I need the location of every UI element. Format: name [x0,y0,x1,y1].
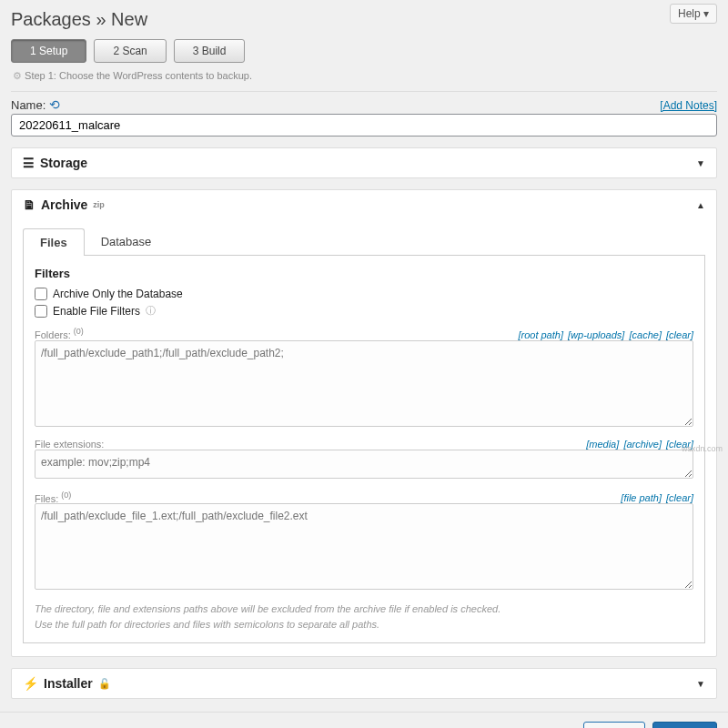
step-hint: Step 1: Choose the WordPress contents to… [11,66,717,87]
enable-file-filters-checkbox[interactable] [35,305,47,318]
step-1-setup[interactable]: 1 Setup [11,39,86,63]
ext-textarea[interactable] [35,450,693,479]
link-file-path[interactable]: file path [621,492,662,503]
archive-title: Archive [41,197,87,212]
folders-textarea[interactable] [35,340,693,427]
link-root-path[interactable]: root path [518,329,563,340]
name-label: Name: [11,98,46,112]
storage-icon: ☰ [23,156,35,170]
step-3-build[interactable]: 3 Build [174,39,246,63]
archive-db-only-checkbox[interactable] [35,288,47,300]
ext-links: media archive clear [584,439,693,450]
archive-tabs: Files Database [23,228,705,256]
filter-notes: The directory, file and extensions paths… [35,602,693,632]
reset-button[interactable]: Reset [583,722,645,728]
installer-header[interactable]: ⚡ Installer 🔓 ▼ [12,669,716,698]
enable-file-filters-row[interactable]: Enable File Filters ⓘ [35,304,693,318]
link-media[interactable]: media [586,439,619,450]
storage-panel: ☰ Storage ▼ [11,147,717,178]
ext-label: File extensions: [35,439,104,450]
breadcrumb: Packages » New [11,4,147,39]
link-cache[interactable]: cache [629,329,661,340]
wizard-steps: 1 Setup 2 Scan 3 Build [11,39,717,63]
archive-panel: 🗎 Archive zip ▲ Files Database Filters A… [11,189,717,657]
storage-title: Storage [40,156,87,170]
caret-down-icon: ▼ [696,158,705,168]
caret-up-icon: ▲ [696,200,705,210]
caret-down-icon: ▼ [696,679,705,689]
footer-bar: Reset Next ▸ [0,712,728,728]
tab-files[interactable]: Files [23,228,85,256]
link-wp-uploads[interactable]: wp-uploads [568,329,624,340]
files-label: Files: [35,492,58,503]
bolt-icon: ⚡ [23,676,38,691]
link-folders-clear[interactable]: clear [666,329,693,340]
link-files-clear[interactable]: clear [666,492,693,503]
installer-panel: ⚡ Installer 🔓 ▼ [11,668,717,699]
files-links: file path clear [619,492,693,503]
folders-links: root path wp-uploads cache clear [516,329,693,340]
divider [11,91,717,92]
link-archive[interactable]: archive [623,439,662,450]
note-line-1: The directory, file and extensions paths… [35,602,693,617]
note-line-2: Use the full path for directories and fi… [35,617,693,632]
archive-db-only-row[interactable]: Archive Only the Database [35,288,693,300]
enable-file-filters-label: Enable File Filters [53,305,140,318]
folders-count: (0) [74,327,84,336]
storage-header[interactable]: ☰ Storage ▼ [12,148,716,177]
filters-heading: Filters [35,267,693,280]
step-2-scan[interactable]: 2 Scan [94,39,166,63]
archive-header[interactable]: 🗎 Archive zip ▲ [12,190,716,219]
lock-icon: 🔓 [98,678,111,690]
next-button[interactable]: Next ▸ [652,722,717,728]
help-button[interactable]: Help ▾ [670,4,717,24]
archive-icon: 🗎 [23,197,35,212]
tab-database[interactable]: Database [85,228,168,255]
watermark: wsxdn.com [682,444,723,453]
folders-label: Folders: [35,329,71,340]
files-count: (0) [61,490,71,500]
archive-format: zip [93,200,105,209]
archive-db-only-label: Archive Only the Database [53,288,183,300]
help-icon[interactable]: ⓘ [146,304,156,318]
files-tab-body: Filters Archive Only the Database Enable… [23,256,705,643]
refresh-icon[interactable]: ⟲ [49,97,60,112]
name-input[interactable] [11,114,717,136]
installer-title: Installer [44,676,93,691]
add-notes-link[interactable]: [Add Notes] [660,99,717,112]
files-textarea[interactable] [35,503,693,590]
